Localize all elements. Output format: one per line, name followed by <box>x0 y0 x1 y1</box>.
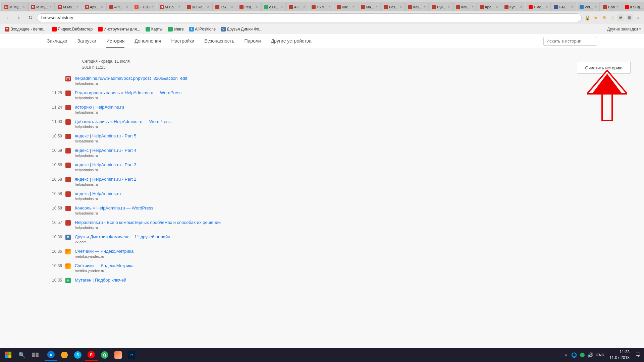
tab-19[interactable]: Как... × <box>453 2 477 11</box>
date-heading: Сегодня - среда, 11 июля 2018 г. 11:25 <box>82 58 130 70</box>
tab-15[interactable]: Ма... × <box>358 2 381 11</box>
history-title-10[interactable]: Helpadmins.ru - Все о компьютерных пробл… <box>75 220 523 225</box>
tab-7[interactable]: М М Со... × <box>157 2 183 11</box>
reload-button[interactable]: ↻ <box>25 13 35 22</box>
search-history-input[interactable] <box>543 37 597 46</box>
tab-25[interactable]: Cob × <box>600 2 622 11</box>
tab-11[interactable]: eTX... × <box>261 2 286 11</box>
bookmark-item-yandex[interactable]: Яндекс.Вебмастер <box>50 26 95 32</box>
url-field[interactable]: browser://history <box>37 13 582 22</box>
history-entry-12: 10:36 Счётчики — Яндекс.Метрика metrika.… <box>47 249 523 258</box>
skype-icon: S <box>74 351 82 359</box>
volume-icon[interactable]: 🔊 <box>587 350 594 360</box>
history-title-14[interactable]: Мутаген | Подбор ключей <box>75 278 523 283</box>
tab-22[interactable]: я ме... × <box>526 2 551 11</box>
history-title-0[interactable]: helpadmins.ru/wp-admin/post.php?post=820… <box>75 76 523 81</box>
nav-item-other-devices[interactable]: Другие устройства <box>271 35 312 48</box>
history-title-3[interactable]: Добавить запись « HelpAdmins.ru — WordPr… <box>75 119 523 124</box>
tab-23[interactable]: FAC... × <box>551 2 576 11</box>
bookmark-item-maps[interactable]: Карты <box>144 26 165 32</box>
nav-item-addons[interactable]: Дополнения <box>135 35 161 48</box>
arrow-svg <box>587 67 627 127</box>
nav-item-bookmarks[interactable]: Закладки <box>47 35 67 48</box>
time-10: 10:57 <box>47 220 62 225</box>
tab-6[interactable]: F F F1C × <box>131 2 156 11</box>
bookmark-item-allpositions[interactable]: A AllPositions <box>187 26 218 32</box>
history-entry-8: 10:58 яндекс | HelpAdmins.ru helpadmins.… <box>47 191 523 201</box>
taskbar-search-button[interactable]: 🔍 <box>15 349 28 361</box>
history-title-2[interactable]: историю | HelpAdmins.ru <box>75 105 523 110</box>
history-title-8[interactable]: яндекс | HelpAdmins.ru <box>75 191 523 196</box>
taskbar-app-ie[interactable]: e <box>45 349 57 361</box>
tab-4[interactable]: М Арх... × <box>82 2 106 11</box>
tab-13[interactable]: Фил... × <box>309 2 333 11</box>
notification-button[interactable]: 🗨 <box>633 350 643 360</box>
tab-24[interactable]: Virt... × <box>577 2 600 11</box>
history-title-9[interactable]: Консоль « HelpAdmins.ru — WordPress <box>75 205 523 210</box>
bookmark-item-tools[interactable]: Инструменты для... <box>96 26 142 32</box>
tab-2[interactable]: М М Му... × <box>28 2 55 11</box>
history-title-7[interactable]: яндекс | HelpAdmins.ru - Part 2 <box>75 177 523 182</box>
extension-icon-1[interactable]: M <box>617 14 625 21</box>
history-title-13[interactable]: Счётчики — Яндекс.Метрика <box>75 263 523 268</box>
history-info-1: Редактировать запись « HelpAdmins.ru — W… <box>75 90 523 100</box>
tray-green-icon[interactable] <box>579 350 586 360</box>
tab-20[interactable]: Кра... × <box>477 2 501 11</box>
taskbar-clock[interactable]: 11:33 11.07.2018 <box>607 349 632 361</box>
time-1: 11:25 <box>47 90 62 95</box>
tab-3[interactable]: М М Му... × <box>55 2 82 11</box>
taskbar-app-photo[interactable] <box>112 349 124 361</box>
tab-21[interactable]: Куп... × <box>501 2 525 11</box>
bookmark-item-inbox[interactable]: М Входящие - demo... <box>3 26 49 32</box>
tab-8[interactable]: ш Сче... × <box>184 2 212 11</box>
history-entry-6: 10:58 яндекс | HelpAdmins.ru - Part 3 he… <box>47 162 523 172</box>
tab-1[interactable]: М М Му... × <box>1 2 28 11</box>
nav-item-downloads[interactable]: Загрузки <box>77 35 96 48</box>
tab-26[interactable]: я Янд... × <box>622 2 644 11</box>
bookmark-item-share[interactable]: share <box>166 26 186 32</box>
taskbar-app-yandex[interactable]: Я <box>85 349 98 361</box>
nav-item-security[interactable]: Безопасность <box>204 35 234 48</box>
other-bookmarks-button[interactable]: Другие закладки » <box>607 27 641 32</box>
history-title-4[interactable]: яндекс | HelpAdmins.ru - Part 5 <box>75 133 523 138</box>
taskbar-date: 11.07.2018 <box>609 355 630 361</box>
system-tray: ∧ 🌐 🔊 ENG 11:33 11.07.2018 🗨 <box>563 349 643 361</box>
tab-9[interactable]: Как... × <box>212 2 236 11</box>
back-button[interactable]: ‹ <box>3 13 12 22</box>
time-12: 10:36 <box>47 249 62 254</box>
nav-item-passwords[interactable]: Пароли <box>245 35 261 48</box>
task-view-button[interactable] <box>29 349 42 361</box>
tab-5[interactable]: «PC... × <box>106 2 131 11</box>
taskbar-app-skype[interactable]: S <box>71 349 84 361</box>
language-badge[interactable]: ENG <box>595 350 606 360</box>
nav-item-history[interactable]: История <box>106 35 124 48</box>
rss-icon[interactable]: ⊕ <box>600 14 608 21</box>
tab-12[interactable]: Ан... × <box>286 2 308 11</box>
extension-icon-2[interactable]: ▦ <box>626 14 633 21</box>
tab-18[interactable]: Рук... × <box>429 2 453 11</box>
history-title-11[interactable]: Друзья Дмитрия Фомичева – 11 друзей онла… <box>75 234 523 239</box>
forward-button[interactable]: › <box>14 13 23 22</box>
history-title-5[interactable]: яндекс | HelpAdmins.ru - Part 4 <box>75 148 523 153</box>
history-title-1[interactable]: Редактировать запись « HelpAdmins.ru — W… <box>75 90 523 95</box>
history-title-6[interactable]: яндекс | HelpAdmins.ru - Part 3 <box>75 162 523 167</box>
bookmark-star-icon[interactable]: ☆ <box>609 14 616 21</box>
tab-10[interactable]: Рeд... × <box>236 2 261 11</box>
network-icon[interactable]: 🌐 <box>571 350 578 360</box>
history-entry-0: helpadmins.ru/wp-admin/post.php?post=820… <box>47 76 523 85</box>
history-title-12[interactable]: Счётчики — Яндекс.Метрика <box>75 249 523 254</box>
start-button[interactable] <box>1 348 15 362</box>
nav-item-settings[interactable]: Настройки <box>171 35 195 48</box>
lock-icon[interactable]: 🔒 <box>584 14 591 21</box>
tab-16[interactable]: Рез... × <box>381 2 405 11</box>
star-icon[interactable]: ★ <box>592 14 599 21</box>
show-hidden-icons-button[interactable]: ∧ <box>563 350 570 360</box>
taskbar-app-green[interactable]: ✿ <box>98 349 111 361</box>
tab-17[interactable]: Как... × <box>405 2 429 11</box>
search-button[interactable]: ⌕ <box>634 14 641 21</box>
bookmark-item-vk[interactable]: V Друзья Димки Фо... <box>219 26 264 32</box>
history-entry-3: 11:00 Добавить запись « HelpAdmins.ru — … <box>47 119 523 129</box>
taskbar-app-explorer[interactable] <box>58 349 71 361</box>
tab-14[interactable]: Кик... × <box>334 2 357 11</box>
taskbar-app-ps[interactable]: Ps <box>125 349 138 361</box>
